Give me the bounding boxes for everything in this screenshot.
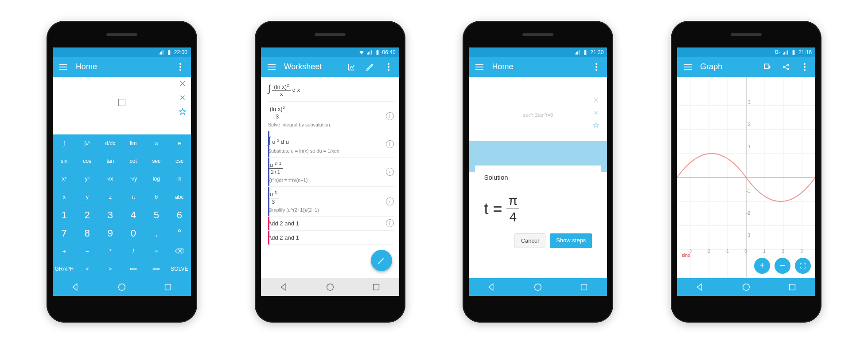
worksheet-item[interactable]: (ln x)33Solve integral by substitution.i — [268, 102, 394, 131]
overflow-icon[interactable] — [382, 61, 395, 73]
info-icon[interactable]: i — [386, 197, 394, 205]
kp-key[interactable]: sec — [145, 152, 168, 170]
fullscreen-fab[interactable]: ⛶ — [795, 258, 811, 274]
kp-key[interactable]: = — [145, 242, 168, 260]
kp-key[interactable]: sin — [53, 152, 76, 170]
kp-key[interactable]: e — [168, 134, 191, 152]
kp-graph[interactable]: GRAPH — [53, 260, 76, 278]
home-icon[interactable] — [325, 282, 335, 292]
kp-key[interactable]: √x — [99, 170, 122, 188]
worksheet-item[interactable]: Add 2 and 1i — [268, 217, 394, 231]
close-icon[interactable] — [179, 94, 187, 102]
kp-key[interactable]: 7 — [53, 224, 76, 242]
info-icon[interactable]: i — [386, 219, 394, 227]
kp-row: sincostancotseccsc — [53, 152, 191, 170]
kp-row: ∫∫ₐᵇd/dxlim∞e — [53, 134, 191, 152]
kp-key[interactable]: abc — [168, 188, 191, 206]
kp-key[interactable]: ∫ — [53, 134, 76, 152]
menu-icon[interactable] — [265, 61, 278, 73]
home-icon[interactable] — [117, 282, 127, 292]
status-bar: 21:30 — [469, 47, 607, 57]
zoom-in-fab[interactable]: + — [754, 258, 770, 274]
back-icon[interactable] — [487, 282, 497, 292]
worksheet-item[interactable]: u 33Simplify (u^(2+1))/(2+1)i — [268, 187, 394, 217]
kp-key[interactable]: yⁿ — [76, 170, 99, 188]
kp-key[interactable]: d/dx — [99, 134, 122, 152]
recent-icon[interactable] — [163, 282, 173, 292]
menu-icon[interactable] — [681, 61, 694, 73]
kp-key[interactable]: 5 — [145, 206, 168, 224]
kp-key[interactable]: θ — [145, 188, 168, 206]
kp-key[interactable]: cos — [76, 152, 99, 170]
recent-icon[interactable] — [787, 282, 797, 292]
kp-key[interactable]: ∫ₐᵇ — [76, 134, 99, 152]
home-icon[interactable] — [533, 282, 543, 292]
kp-key[interactable]: tan — [99, 152, 122, 170]
kp-key[interactable]: ⟸ — [122, 260, 145, 278]
graph-canvas[interactable]: 3 2 1 -1 -2 -3 -3 -2 -1 0 1 2 3 sinx + −… — [677, 77, 815, 278]
overflow-icon[interactable] — [798, 61, 811, 73]
chart-icon[interactable] — [345, 61, 358, 73]
kp-key[interactable]: / — [122, 242, 145, 260]
kp-backspace[interactable]: ⌫ — [168, 242, 191, 260]
kp-key[interactable]: < — [76, 260, 99, 278]
kp-key[interactable]: csc — [168, 152, 191, 170]
worksheet-item[interactable]: ∫ (ln x)2x d x — [268, 79, 394, 102]
kp-key[interactable]: * — [99, 242, 122, 260]
kp-key[interactable]: > — [99, 260, 122, 278]
kp-key[interactable]: x — [53, 188, 76, 206]
kp-key[interactable]: ⁿ√y — [122, 170, 145, 188]
kp-key[interactable]: ln — [168, 170, 191, 188]
kp-solve[interactable]: SOLVE — [168, 260, 191, 278]
kp-key[interactable]: lim — [122, 134, 145, 152]
info-icon[interactable]: i — [386, 140, 394, 148]
kp-key[interactable]: 3 — [99, 206, 122, 224]
expression-display[interactable] — [53, 77, 191, 134]
kp-key[interactable]: 4 — [122, 206, 145, 224]
kp-key[interactable]: y — [76, 188, 99, 206]
back-icon[interactable] — [279, 282, 289, 292]
worksheet-item[interactable]: u 2+12+1∫(t^n)dt = t^n/(n+1)i — [268, 158, 394, 187]
kp-key[interactable]: π — [122, 188, 145, 206]
kp-key[interactable]: ∞ — [145, 134, 168, 152]
kp-key[interactable]: 0 — [122, 224, 145, 242]
star-icon[interactable] — [179, 108, 187, 116]
kp-key[interactable]: + — [53, 242, 76, 260]
kp-key[interactable]: 9 — [99, 224, 122, 242]
add-plot-icon[interactable] — [761, 61, 774, 73]
kp-key[interactable]: cot — [122, 152, 145, 170]
info-icon[interactable]: i — [386, 168, 394, 176]
worksheet-item[interactable]: Add 2 and 1 — [268, 231, 394, 245]
kp-key[interactable]: − — [76, 242, 99, 260]
shuffle-icon[interactable] — [179, 79, 187, 87]
back-icon[interactable] — [71, 282, 81, 292]
show-steps-button[interactable]: Show steps — [550, 233, 592, 248]
kp-key[interactable]: log — [145, 170, 168, 188]
worksheet-item[interactable]: ∫ u 2 d uSubstitute u = ln(x) so du = 1/… — [268, 131, 394, 158]
ytick: -2 — [746, 211, 750, 216]
menu-icon[interactable] — [57, 61, 70, 73]
add-fab[interactable] — [371, 250, 392, 271]
zoom-out-fab[interactable]: − — [775, 258, 790, 274]
kp-key[interactable]: 6 — [168, 206, 191, 224]
cancel-button[interactable]: Cancel — [514, 233, 545, 248]
kp-key[interactable]: ⟹ — [145, 260, 168, 278]
share-icon[interactable] — [780, 61, 792, 73]
kp-key[interactable]: 1 — [53, 206, 76, 224]
recent-icon[interactable] — [579, 282, 589, 292]
recent-icon[interactable] — [371, 282, 381, 292]
home-icon[interactable] — [741, 282, 751, 292]
overflow-icon[interactable] — [174, 61, 187, 73]
overflow-icon[interactable] — [590, 61, 603, 73]
info-icon[interactable]: i — [386, 112, 394, 120]
kp-key[interactable]: ° — [168, 224, 191, 242]
kp-key[interactable]: . — [145, 224, 168, 242]
edit-icon[interactable] — [364, 61, 376, 73]
kp-key[interactable]: z — [99, 188, 122, 206]
kp-key[interactable]: 8 — [76, 224, 99, 242]
ytick: 3 — [748, 100, 751, 105]
kp-key[interactable]: 2 — [76, 206, 99, 224]
kp-key[interactable]: x² — [53, 170, 76, 188]
back-icon[interactable] — [695, 282, 705, 292]
menu-icon[interactable] — [473, 61, 486, 73]
